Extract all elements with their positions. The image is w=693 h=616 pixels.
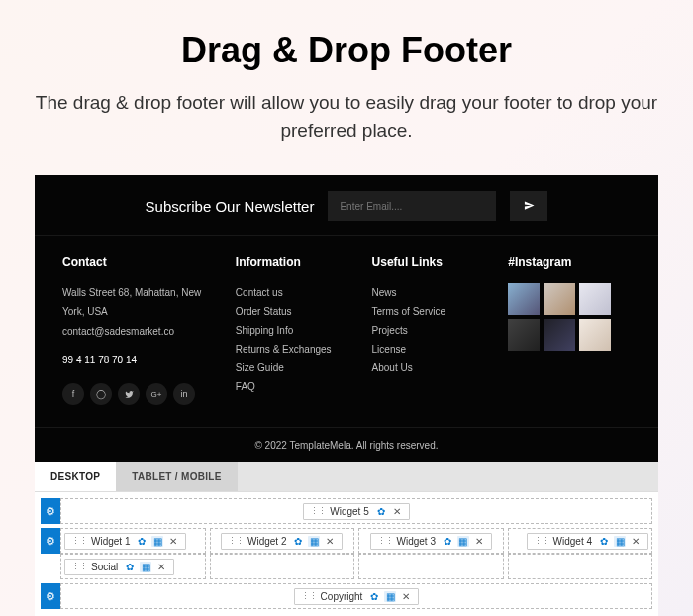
visibility-icon[interactable]: ▦ [151,536,163,547]
info-link[interactable]: Shipping Info [236,321,358,340]
footer-col-instagram: #Instagram [508,256,631,405]
tab-desktop[interactable]: DESKTOP [35,462,116,491]
visibility-icon[interactable]: ▦ [457,536,469,547]
widget-label: Widget 5 [330,506,368,517]
contact-heading: Contact [62,256,222,269]
builder-cell[interactable] [508,554,653,579]
gear-icon[interactable]: ✿ [124,562,136,572]
drag-handle-icon: ⋮⋮ [377,536,393,546]
visibility-icon[interactable]: ▦ [308,536,320,547]
useful-link[interactable]: News [372,283,495,302]
row-settings-button[interactable]: ⚙ [41,498,60,524]
instagram-thumb[interactable] [508,319,540,351]
builder-cell[interactable]: ⋮⋮ Widget 5 ✿ ✕ [60,498,652,524]
row-settings-button[interactable]: ⚙ [41,583,60,609]
instagram-thumb[interactable] [579,283,611,315]
newsletter-submit[interactable] [510,191,547,221]
builder-cell[interactable] [358,554,504,579]
instagram-thumb[interactable] [544,319,575,351]
contact-phone: 99 4 11 78 70 14 [62,351,222,369]
footer-col-contact: Contact Walls Street 68, Mahattan, New Y… [62,256,222,405]
contact-email: contact@sadesmarket.co [62,322,222,341]
close-icon[interactable]: ✕ [400,591,412,602]
footer-builder: DESKTOP TABLET / MOBILE ⚙ ⋮⋮ Widget 5 ✿ … [35,462,658,616]
facebook-icon[interactable]: f [62,383,84,405]
close-icon[interactable]: ✕ [630,536,642,547]
gear-icon[interactable]: ✿ [442,536,453,547]
widget-label: Widget 1 [91,536,130,547]
widget-chip[interactable]: ⋮⋮ Widget 4 ✿ ▦ ✕ [527,533,648,550]
newsletter-title: Subscribe Our Newsletter [146,198,315,215]
links-heading: Useful Links [372,256,495,269]
widget-label: Widget 3 [397,536,436,547]
visibility-icon[interactable]: ▦ [614,536,626,547]
info-link[interactable]: FAQ [236,377,358,396]
builder-cell[interactable]: ⋮⋮ Widget 4 ✿ ▦ ✕ [508,528,653,554]
useful-link[interactable]: Projects [372,321,495,340]
info-link[interactable]: Order Status [236,302,358,321]
useful-link[interactable]: Terms of Service [372,302,495,321]
footer-col-links: Useful Links News Terms of Service Proje… [372,256,495,405]
gear-icon[interactable]: ✿ [136,536,148,547]
close-icon[interactable]: ✕ [167,536,179,547]
close-icon[interactable]: ✕ [391,506,403,517]
builder-row: ⚙ ⋮⋮ Widget 1 ✿ ▦ ✕ ⋮⋮ [41,528,652,554]
builder-cell[interactable]: ⋮⋮ Copyright ✿ ▦ ✕ [60,583,652,609]
drag-handle-icon: ⋮⋮ [310,506,326,516]
drag-handle-icon: ⋮⋮ [71,536,87,546]
gear-icon: ⚙ [46,535,55,548]
drag-handle-icon: ⋮⋮ [301,591,317,601]
page-title: Drag & Drop Footer [35,30,658,71]
paper-plane-icon [524,200,535,213]
gear-icon[interactable]: ✿ [375,506,387,517]
widget-chip[interactable]: ⋮⋮ Copyright ✿ ▦ ✕ [294,588,420,605]
footer-preview: Subscribe Our Newsletter Contact Walls S… [35,175,658,462]
info-link[interactable]: Returns & Exchanges [236,340,358,359]
widget-label: Widget 4 [553,536,592,547]
info-link[interactable]: Size Guide [236,359,358,377]
google-plus-icon[interactable]: G+ [146,383,167,405]
instagram-thumb[interactable] [579,319,611,351]
row-settings-button[interactable]: ⚙ [41,528,60,554]
builder-cell[interactable]: ⋮⋮ Widget 1 ✿ ▦ ✕ [60,528,206,554]
widget-label: Widget 2 [248,536,286,547]
linkedin-icon[interactable]: in [173,383,195,405]
info-link[interactable]: Contact us [236,283,358,302]
gear-icon: ⚙ [46,590,55,603]
instagram-thumb[interactable] [508,283,540,315]
builder-row: ⚙ ⋮⋮ Widget 5 ✿ ✕ [41,498,652,524]
close-icon[interactable]: ✕ [155,562,167,572]
builder-cell[interactable]: ⋮⋮ Widget 2 ✿ ▦ ✕ [210,528,355,554]
gear-icon: ⚙ [46,505,55,518]
instagram-icon[interactable]: ◯ [90,383,112,405]
close-icon[interactable]: ✕ [324,536,336,547]
instagram-thumb[interactable] [544,283,575,315]
widget-chip[interactable]: ⋮⋮ Social ✿ ▦ ✕ [64,559,174,575]
close-icon[interactable]: ✕ [473,536,485,547]
drag-handle-icon: ⋮⋮ [71,562,87,571]
footer-col-information: Information Contact us Order Status Ship… [236,256,358,405]
twitter-icon[interactable] [118,383,140,405]
builder-cell[interactable] [210,554,355,579]
builder-cell[interactable]: ⋮⋮ Widget 3 ✿ ▦ ✕ [358,528,504,554]
contact-address: Walls Street 68, Mahattan, New York, USA [62,283,222,321]
widget-label: Social [91,562,118,572]
footer-copyright: © 2022 TemplateMela. All rights reserved… [35,427,658,462]
widget-chip[interactable]: ⋮⋮ Widget 2 ✿ ▦ ✕ [221,533,343,550]
tab-mobile[interactable]: TABLET / MOBILE [116,462,237,491]
gear-icon[interactable]: ✿ [598,536,610,547]
useful-link[interactable]: About Us [372,359,495,377]
visibility-icon[interactable]: ▦ [140,562,151,572]
newsletter-bar: Subscribe Our Newsletter [35,175,658,236]
widget-chip[interactable]: ⋮⋮ Widget 1 ✿ ▦ ✕ [64,533,186,550]
widget-chip[interactable]: ⋮⋮ Widget 5 ✿ ✕ [303,503,409,520]
builder-cell[interactable]: ⋮⋮ Social ✿ ▦ ✕ [60,554,206,579]
useful-link[interactable]: License [372,340,495,359]
instagram-heading: #Instagram [508,256,631,269]
gear-icon[interactable]: ✿ [292,536,304,547]
drag-handle-icon: ⋮⋮ [534,536,549,546]
gear-icon[interactable]: ✿ [368,591,380,602]
visibility-icon[interactable]: ▦ [384,591,396,602]
newsletter-input[interactable] [328,191,496,221]
widget-chip[interactable]: ⋮⋮ Widget 3 ✿ ▦ ✕ [370,533,492,550]
